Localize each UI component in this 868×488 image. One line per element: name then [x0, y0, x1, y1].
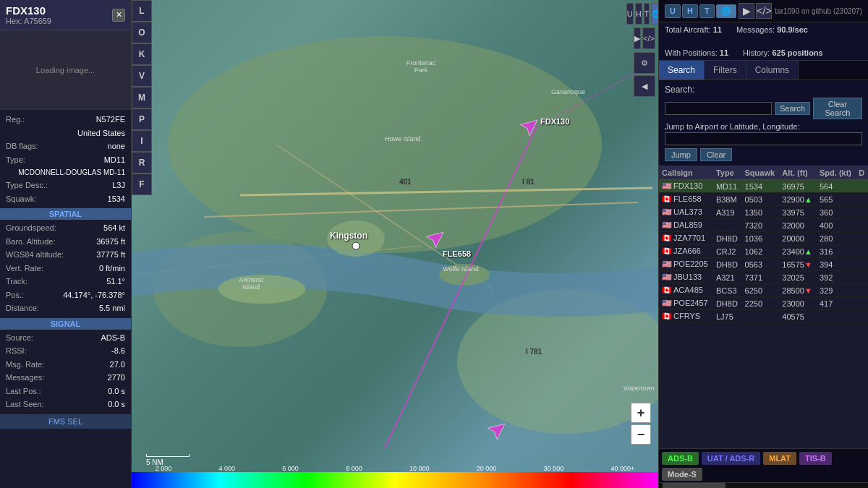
cell-alt: 32900▲ [779, 193, 817, 206]
amherst-label: Amherst [239, 276, 263, 283]
cell-callsign: 🇨🇦ACA485 [659, 284, 713, 297]
search-button[interactable]: Search [775, 102, 810, 115]
groundspeed-row: Groundspeed: 564 kt [0, 221, 131, 235]
feed-u-button[interactable]: U [665, 4, 681, 18]
clear-button[interactable]: Clear [700, 148, 732, 161]
col-callsign[interactable]: Callsign [659, 166, 713, 180]
code-btn[interactable]: </> [756, 3, 772, 19]
back-button[interactable]: ◀ [634, 75, 655, 97]
col-spd[interactable]: Spd. (kt) [817, 166, 856, 180]
jump-button[interactable]: Jump [665, 148, 697, 161]
country-row: United States [0, 127, 131, 140]
signal-section: SIGNAL [0, 318, 131, 330]
cell-squawk: 7371 [742, 271, 780, 284]
cell-alt: 40575 [779, 310, 817, 323]
cell-d [856, 232, 868, 245]
nav-V-button[interactable]: V [132, 65, 152, 87]
squawk-row: Squawk: 1534 [0, 192, 131, 206]
aircraft-hex: Hex: A75659 [6, 17, 51, 25]
close-button[interactable]: ✕ [112, 9, 125, 22]
tab-columns[interactable]: Columns [746, 61, 799, 80]
cell-spd [817, 310, 856, 323]
col-squawk[interactable]: Squawk [742, 166, 780, 180]
baro-alt-row: Baro. Altitude: 36975 ft [0, 235, 131, 249]
alt-20000: 20 000 [477, 465, 497, 472]
tab-filters[interactable]: Filters [705, 61, 746, 80]
mode-ads-b-button[interactable]: ADS-B [662, 452, 699, 465]
table-row[interactable]: 🇺🇸POE2205 DH8D 0563 16575▼ 394 [659, 258, 868, 271]
jump-input[interactable] [665, 132, 862, 145]
cell-alt: 16575▼ [779, 258, 817, 271]
col-alt[interactable]: Alt. (ft) [779, 166, 817, 180]
reg-value: N572FE [96, 114, 125, 126]
zoom-in-button[interactable]: + [631, 403, 651, 423]
col-d[interactable]: D [856, 166, 868, 180]
table-row[interactable]: 🇺🇸UAL373 A319 1350 33975 360 [659, 206, 868, 219]
nav-K-button[interactable]: K [132, 43, 152, 65]
aircraft-table-container[interactable]: Callsign Type Squawk Alt. (ft) Spd. (kt)… [659, 166, 868, 448]
mode-uat-button[interactable]: UAT / ADS-R [702, 452, 760, 465]
table-row[interactable]: 🇺🇸FDX130 MD11 1534 36975 564 [659, 180, 868, 193]
nav-P-button[interactable]: P [132, 108, 152, 130]
cell-type: CRJ2 [713, 245, 742, 258]
table-row[interactable]: 🇨🇦CFRYS LJ75 40575 [659, 310, 868, 323]
cell-type: DH8D [713, 297, 742, 310]
gear-button[interactable]: ⚙ [634, 52, 655, 74]
cell-type: MD11 [713, 180, 742, 193]
t-button[interactable]: T [644, 3, 650, 25]
mode-tis-b-button[interactable]: TIS-B [799, 452, 832, 465]
table-row[interactable]: 🇺🇸JBU133 A321 7371 32025 392 [659, 271, 868, 284]
u-button[interactable]: U [626, 3, 634, 25]
highway-label: I 81 [522, 178, 535, 186]
pos-value: 44.174°, -76.378° [63, 289, 125, 301]
feed-t-button[interactable]: T [699, 4, 715, 18]
nav-R-button[interactable]: R [132, 152, 152, 174]
table-row[interactable]: 🇨🇦JZA666 CRJ2 1062 23400▲ 316 [659, 245, 868, 258]
dbflags-label: DB flags: [6, 140, 38, 153]
cell-alt: 32025 [779, 271, 817, 284]
nav-M-button[interactable]: M [132, 87, 152, 108]
aircraft-tbody: 🇺🇸FDX130 MD11 1534 36975 564 🇨🇦FLE658 B3… [659, 180, 868, 323]
alt-40000: 40 000+ [610, 465, 634, 472]
cell-callsign: 🇺🇸JBU133 [659, 271, 713, 284]
nav-F-button[interactable]: F [132, 174, 152, 195]
clear-search-button[interactable]: Clear Search [813, 98, 862, 119]
zoom-out-button[interactable]: − [631, 424, 651, 445]
code-button[interactable]: </> [642, 27, 655, 49]
prev-button[interactable]: ▶ [739, 3, 754, 19]
search-input[interactable] [665, 102, 772, 115]
feed-globe-button[interactable]: 🌐 [716, 4, 736, 18]
vert-rate-label: Vert. Rate: [6, 262, 43, 275]
globe-button[interactable]: 🌐 [651, 3, 658, 25]
h-button[interactable]: H [635, 3, 642, 25]
nav-L-button[interactable]: L [132, 0, 152, 22]
scroll-thumb[interactable] [663, 483, 726, 488]
gananoque-label: Gananoque [551, 88, 585, 95]
table-row[interactable]: 🇨🇦ACA485 BCS3 6250 28500▼ 329 [659, 284, 868, 297]
alt-8000: 8 000 [346, 465, 362, 472]
scale-bar [146, 454, 190, 457]
feed-h-button[interactable]: H [682, 4, 698, 18]
cell-callsign: 🇺🇸FDX130 [659, 180, 713, 193]
mode-mlat-button[interactable]: MLAT [763, 452, 796, 465]
lastpos-row: Last Pos.: 0.0 s [0, 385, 131, 398]
altitude-bar [132, 472, 658, 488]
cell-type [713, 219, 742, 232]
altitude-labels: 2 000 4 000 6 000 8 000 10 000 20 000 30… [132, 465, 658, 472]
total-label: Total Aircraft: [665, 25, 711, 34]
map-container[interactable]: I 81 401 Kingston Amherst Island Wolfe I… [132, 0, 658, 488]
table-row[interactable]: 🇨🇦JZA7701 DH8D 1036 20000 280 [659, 232, 868, 245]
messages-label: Messages: [6, 372, 44, 384]
nav-O-button[interactable]: O [132, 22, 152, 43]
rssi-label: RSSI: [6, 345, 27, 357]
col-type[interactable]: Type [713, 166, 742, 180]
table-row[interactable]: 🇨🇦FLE658 B38M 0503 32900▲ 565 [659, 193, 868, 206]
table-row[interactable]: 🇺🇸POE2457 DH8D 2250 23000 417 [659, 297, 868, 310]
mode-mode-s-button[interactable]: Mode-S [662, 468, 702, 481]
forward-button[interactable]: ▶ [634, 27, 641, 49]
cell-squawk: 6250 [742, 284, 780, 297]
tab-search[interactable]: Search [659, 61, 705, 80]
table-row[interactable]: 🇺🇸DAL859 7320 32000 400 [659, 219, 868, 232]
cell-squawk: 1062 [742, 245, 780, 258]
nav-I-button[interactable]: I [132, 130, 152, 152]
